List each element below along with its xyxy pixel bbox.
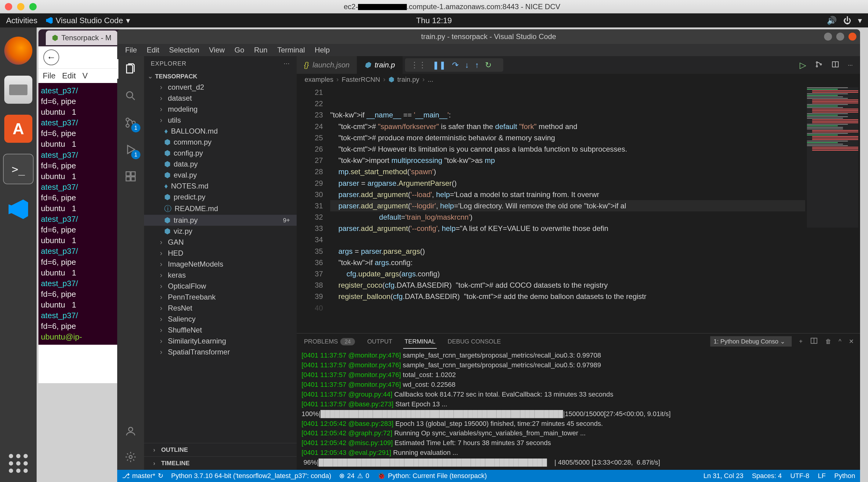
dock-show-apps[interactable] (9, 454, 28, 473)
macos-minimize[interactable] (17, 3, 24, 10)
folder-keras[interactable]: ›keras (144, 270, 297, 281)
file-common-py[interactable]: ⬢common.py (144, 137, 297, 148)
debug-step-over[interactable]: ↷ (452, 60, 459, 70)
menu-selection[interactable]: Selection (165, 44, 204, 56)
activity-account[interactable] (123, 423, 138, 439)
menu-go[interactable]: Go (230, 44, 248, 56)
run-button[interactable]: ▷ (800, 60, 806, 70)
file-readme-md[interactable]: ⓘREADME.md (144, 202, 297, 215)
clock[interactable]: Thu 12:19 (416, 16, 452, 25)
status-spaces[interactable]: Spaces: 4 (752, 472, 782, 480)
editor-tab-trainpy[interactable]: ⬢train.p (357, 56, 403, 74)
browser-back[interactable]: ← (43, 50, 59, 65)
window-minimize[interactable] (824, 33, 832, 40)
browser-tab[interactable]: ⬢Tensorpack - M (46, 31, 118, 45)
panel-tab-debug[interactable]: DEBUG CONSOLE (446, 335, 502, 348)
activity-explorer[interactable] (123, 61, 138, 77)
status-debug-target[interactable]: 🐞 Python: Current File (tensorpack) (377, 472, 487, 480)
terminal-selector[interactable]: 1: Python Debug Conso ⌄ (710, 336, 792, 347)
timeline-section[interactable]: ›TIMELINE (144, 456, 297, 470)
file-eval-py[interactable]: ⬢eval.py (144, 170, 297, 181)
folder-utils[interactable]: ›utils (144, 115, 297, 126)
activity-search[interactable] (123, 88, 138, 104)
activity-scm[interactable]: 1 (123, 115, 138, 131)
outline-section[interactable]: ›OUTLINE (144, 443, 297, 456)
split-right-icon[interactable] (831, 60, 839, 69)
dock-software[interactable] (4, 115, 32, 143)
folder-hed[interactable]: ›HED (144, 248, 297, 259)
dock-vscode[interactable] (4, 195, 32, 223)
dock-files[interactable] (4, 76, 32, 104)
macos-close[interactable] (5, 3, 12, 10)
volume-icon[interactable]: 🔊 (827, 16, 837, 25)
folder-resnet[interactable]: ›ResNet (144, 302, 297, 314)
panel-maximize-icon[interactable]: ^ (839, 338, 841, 345)
window-close[interactable] (848, 33, 857, 40)
activity-settings[interactable] (123, 449, 138, 465)
status-branch[interactable]: ⎇ master* ↻ (122, 472, 163, 480)
breadcrumb-item[interactable]: examples (305, 76, 333, 84)
folder-spatialtransformer[interactable]: ›SpatialTransformer (144, 347, 297, 357)
file-notes-md[interactable]: ♦NOTES.md (144, 181, 297, 192)
editor-tab-launchjson[interactable]: {}launch.json (297, 56, 357, 74)
dock-terminal[interactable] (3, 154, 34, 184)
file-predict-py[interactable]: ⬢predict.py (144, 192, 297, 202)
status-python[interactable]: Python 3.7.10 64-bit ('tensorflow2_lates… (171, 472, 332, 480)
file-train-py[interactable]: ⬢train.py9+ (144, 215, 297, 226)
debug-pause[interactable]: ❚❚ (432, 60, 446, 70)
more-actions-icon[interactable]: ⋯ (848, 62, 853, 68)
debug-drag-handle[interactable]: ⋮⋮ (410, 60, 426, 70)
folder-dataset[interactable]: ›dataset (144, 93, 297, 104)
activity-extensions[interactable] (123, 168, 138, 184)
window-maximize[interactable] (836, 33, 844, 40)
debug-step-out[interactable]: ↑ (475, 60, 479, 70)
terminal-new-icon[interactable]: + (799, 338, 803, 345)
panel-tab-output[interactable]: OUTPUT (366, 335, 394, 348)
folder-opticalflow[interactable]: ›OpticalFlow (144, 281, 297, 292)
folder-penntreebank[interactable]: ›PennTreebank (144, 292, 297, 302)
menu-run[interactable]: Run (250, 44, 272, 56)
folder-shufflenet[interactable]: ›ShuffleNet (144, 325, 297, 335)
folder-saliency[interactable]: ›Saliency (144, 314, 297, 325)
breadcrumb[interactable]: examples›FasterRCNN›⬢ train.py›... (297, 74, 860, 86)
panel-tab-terminal[interactable]: TERMINAL (403, 335, 436, 348)
terminal-output[interactable]: [0401 11:37:57 @monitor.py:476] sample_f… (297, 349, 860, 470)
dock-firefox[interactable] (4, 37, 32, 65)
panel-tab-problems[interactable]: PROBLEMS24 (303, 335, 356, 348)
menu-view[interactable]: View (205, 44, 229, 56)
menu-edit[interactable]: Edit (143, 44, 163, 56)
activities-button[interactable]: Activities (6, 16, 37, 25)
status-language[interactable]: Python (834, 472, 856, 480)
status-eol[interactable]: LF (818, 472, 826, 480)
status-problems[interactable]: 24 0 (339, 472, 369, 480)
menu-file[interactable]: File (121, 44, 141, 56)
power-icon[interactable]: ⏻ (843, 16, 851, 25)
folder-modeling[interactable]: ›modeling (144, 104, 297, 115)
app-indicator[interactable]: Visual Studio Code ▾ (46, 16, 130, 25)
file-tree[interactable]: ›convert_d2›dataset›modeling›utils♦BALLO… (144, 82, 297, 443)
activity-debug[interactable]: 1 (123, 141, 138, 157)
folder-convert_d2[interactable]: ›convert_d2 (144, 82, 297, 93)
status-position[interactable]: Ln 31, Col 23 (704, 472, 743, 480)
macos-zoom[interactable] (29, 3, 37, 10)
file-data-py[interactable]: ⬢data.py (144, 159, 297, 170)
debug-restart[interactable]: ↻ (485, 60, 492, 70)
minimap[interactable] (805, 86, 860, 333)
debug-step-into[interactable]: ↓ (465, 60, 469, 70)
file-balloon-md[interactable]: ♦BALLOON.md (144, 126, 297, 137)
breadcrumb-item[interactable]: train.py (397, 76, 420, 84)
menu-terminal[interactable]: Terminal (273, 44, 309, 56)
split-editor-icon[interactable] (815, 60, 823, 69)
dropdown-icon[interactable]: ▾ (858, 16, 862, 25)
folder-similaritylearning[interactable]: ›SimilarityLearning (144, 335, 297, 347)
terminal-kill-icon[interactable]: 🗑 (825, 338, 831, 345)
terminal-split-icon[interactable] (810, 337, 818, 346)
breadcrumb-item[interactable]: ... (428, 76, 433, 84)
menu-help[interactable]: Help (310, 44, 334, 56)
status-encoding[interactable]: UTF-8 (790, 472, 809, 480)
code-editor[interactable]: "tok-kw">if __name__ == '__main__': "tok… (330, 86, 805, 333)
panel-close-icon[interactable]: ✕ (849, 338, 854, 345)
folder-imagenetmodels[interactable]: ›ImageNetModels (144, 259, 297, 270)
file-viz-py[interactable]: ⬢viz.py (144, 226, 297, 237)
file-config-py[interactable]: ⬢config.py (144, 148, 297, 159)
